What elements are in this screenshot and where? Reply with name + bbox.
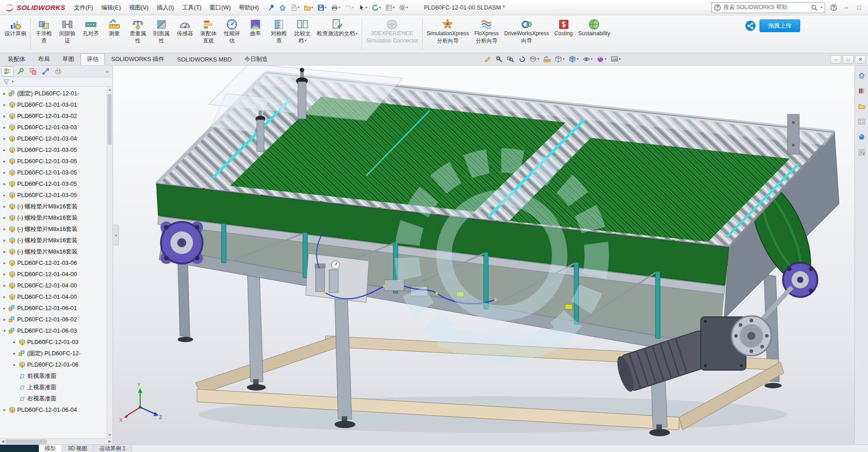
hide-show-items-button[interactable]: ▾ xyxy=(582,55,594,63)
ribbon-simulationxpress-button[interactable]: SimulationXpress分析向导 xyxy=(424,17,472,52)
design-library-button[interactable] xyxy=(856,85,867,96)
menu-item-2[interactable]: 视图(V) xyxy=(125,0,152,15)
bottom-tab-1[interactable]: 3D 视图 xyxy=(62,445,94,452)
filter-icon[interactable] xyxy=(3,78,10,85)
ribbon-tab-1[interactable]: 布局 xyxy=(32,53,56,65)
filter-dropdown-icon[interactable]: ▾ xyxy=(12,80,14,84)
expander-icon[interactable]: ▸ xyxy=(2,215,7,220)
maximize-button[interactable]: □ xyxy=(853,2,865,14)
tree-item[interactable]: ▸PLD60FC-12-01-03-05 xyxy=(0,144,107,155)
featuremanager-tab[interactable] xyxy=(1,66,14,76)
ribbon-section-properties-button[interactable]: 剖面属性 xyxy=(150,17,173,52)
expander-icon[interactable]: ▸ xyxy=(2,283,7,288)
tree-item[interactable]: ▸(固定) PLD60FC-12-01- xyxy=(0,88,107,99)
expander-icon[interactable]: ▸ xyxy=(2,317,7,322)
edit-appearance-button[interactable]: ▾ xyxy=(596,55,608,63)
tree-item[interactable]: ▾PLD60FC-12-01-06-03 xyxy=(0,325,107,336)
ribbon-curvature-button[interactable]: 曲率 xyxy=(244,17,267,52)
ribbon-compare-documents-button[interactable]: 比较文档▾ xyxy=(291,17,314,52)
expander-icon[interactable]: ▸ xyxy=(2,147,7,152)
question-button[interactable] xyxy=(827,2,840,14)
tree-item[interactable]: 右视基准面 xyxy=(0,393,107,404)
tree-item[interactable]: ▸(-) 螺栓垫片M8x16套装 xyxy=(0,212,107,223)
solidworks-resources-button[interactable] xyxy=(856,70,867,81)
section-view-button[interactable]: ▾ xyxy=(528,55,540,63)
ribbon-clearance-verification-button[interactable]: 间隙验证 xyxy=(56,17,79,52)
graphics-area[interactable]: X Y Z xyxy=(113,66,854,444)
search-help-icon[interactable] xyxy=(714,4,721,11)
tree-item[interactable]: ▸(-) 螺栓垫片M8x16套装 xyxy=(0,223,107,235)
tree-item[interactable]: ▸PLD60FC-12-01-03-01 xyxy=(0,99,107,110)
tree-item[interactable]: ▸PLD60FC-12-01-03-04 xyxy=(0,133,107,144)
expander-icon[interactable]: ▸ xyxy=(2,238,7,243)
ribbon-tab-0[interactable]: 装配体 xyxy=(1,53,32,65)
previous-view-button[interactable] xyxy=(517,55,526,63)
propertymanager-tab[interactable] xyxy=(14,66,26,76)
tree-item[interactable]: ▸(-) 螺栓垫片M8x16套装 xyxy=(0,246,107,257)
tree-item[interactable]: ▸PLD60FC-12-01-03-05 xyxy=(0,189,107,201)
expander-icon[interactable]: ▸ xyxy=(12,351,17,356)
tree-item[interactable]: ▸PLD60FC-12-01-04-00 xyxy=(0,280,107,291)
dimxpertmanager-tab[interactable] xyxy=(39,66,52,76)
doc-minimize-button[interactable]: – xyxy=(830,55,841,64)
displaymanager-tab[interactable] xyxy=(52,66,64,76)
search-box[interactable]: 搜索 SOLIDWORKS 帮助 ▾ xyxy=(711,2,825,13)
search-icon[interactable] xyxy=(811,4,818,11)
bottom-tab-0[interactable]: 模型 xyxy=(39,445,62,452)
menu-item-5[interactable]: 窗口(W) xyxy=(206,0,235,15)
menu-item-6[interactable]: 帮助(H) xyxy=(235,0,263,15)
tree-item[interactable]: ▸(固定) PLD60FC-12- xyxy=(0,348,107,359)
panel-splitter-handle[interactable]: ◂ xyxy=(113,225,119,245)
new-document-button[interactable]: ▾ xyxy=(288,2,302,14)
scroll-left-icon[interactable]: ◀ xyxy=(1,439,4,443)
tree-item[interactable]: ▸PLD60FC-12-01-03-05 xyxy=(0,155,107,167)
ribbon-driveworksxpress-button[interactable]: DriveWorksXpress向导 xyxy=(501,17,552,52)
tree-item[interactable]: ▸PLD60FC-12-01-04-00 xyxy=(0,291,107,302)
ribbon-design-study-button[interactable]: 设计算例 xyxy=(2,17,29,52)
menu-item-1[interactable]: 编辑(E) xyxy=(97,0,125,15)
measure-hud-button[interactable] xyxy=(542,55,552,63)
scroll-up-icon[interactable]: ▲ xyxy=(108,88,112,92)
scroll-thumb[interactable] xyxy=(108,94,112,145)
save-button[interactable]: ▾ xyxy=(316,2,329,14)
edit-component-button[interactable] xyxy=(483,55,492,63)
ribbon-tab-3[interactable]: 评估 xyxy=(80,53,105,65)
expander-icon[interactable]: ▸ xyxy=(2,113,7,118)
ribbon-measure-button[interactable]: 测量 xyxy=(103,17,126,52)
pin-button[interactable] xyxy=(266,2,277,14)
expander-icon[interactable]: ▸ xyxy=(2,249,7,254)
expander-icon[interactable]: ▸ xyxy=(2,102,7,107)
bottom-tab-2[interactable]: 运动算例 1 xyxy=(94,445,132,452)
expander-icon[interactable]: ▸ xyxy=(2,204,7,209)
expander-icon[interactable]: ▸ xyxy=(2,226,7,231)
ribbon-sustainability-button[interactable]: Sustainability xyxy=(576,17,613,52)
configurationmanager-tab[interactable] xyxy=(27,66,39,76)
minimize-button[interactable]: – xyxy=(840,2,853,14)
tree-item[interactable]: ▸(-) 螺栓垫片M8x16套装 xyxy=(0,201,107,212)
rebuild-button[interactable]: ▾ xyxy=(370,2,383,14)
menu-item-3[interactable]: 插入(I) xyxy=(153,0,178,15)
view-palette-button[interactable] xyxy=(856,116,867,127)
home-button[interactable] xyxy=(277,2,288,14)
tree-item[interactable]: ▸PLD60FC-12-01-03-05 xyxy=(0,178,107,189)
expander-icon[interactable]: ▸ xyxy=(2,294,7,299)
tree-item[interactable]: ▸PLD60FC-12-01-06-01 xyxy=(0,302,107,314)
view-orientation-button[interactable]: ▾ xyxy=(554,55,566,63)
tree-item[interactable]: ▸PLD60FC-12-01-06-04 xyxy=(0,404,107,415)
expander-icon[interactable]: ▸ xyxy=(2,125,7,130)
ribbon-mass-properties-button[interactable]: 质量属性 xyxy=(126,17,150,52)
scroll-down-icon[interactable]: ▼ xyxy=(108,433,112,437)
appearances-scenes-button[interactable] xyxy=(856,132,867,142)
expander-icon[interactable]: ▸ xyxy=(12,339,17,344)
options-button[interactable]: ▾ xyxy=(397,2,410,14)
menu-item-4[interactable]: 工具(T) xyxy=(178,0,206,15)
open-document-button[interactable]: ▾ xyxy=(302,2,315,14)
tree-item[interactable]: ▸PLD60FC-12-01-03 xyxy=(0,336,107,348)
select-tool-button[interactable]: ▾ xyxy=(356,2,369,14)
share-upload-icon[interactable] xyxy=(745,20,756,31)
expander-icon[interactable]: ▸ xyxy=(2,170,7,175)
ribbon-symmetry-check-button[interactable]: 对称检查 xyxy=(267,17,291,52)
graphics-viewport[interactable]: X Y Z ◂ xyxy=(113,66,854,444)
tree-item[interactable]: ▸(-) 螺栓垫片M8x16套装 xyxy=(0,235,107,246)
expander-icon[interactable]: ▸ xyxy=(2,91,7,96)
